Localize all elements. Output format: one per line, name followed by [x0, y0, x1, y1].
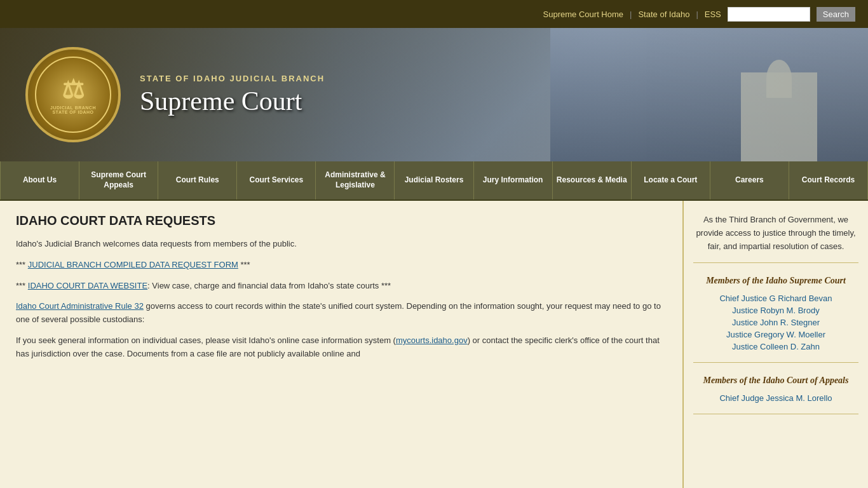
website-text: : View case, charge and financial data f…: [147, 281, 391, 290]
sidebar-mission: As the Third Branch of Government, we pr…: [693, 214, 858, 263]
sc-member-link[interactable]: Justice Robyn M. Brody: [693, 304, 858, 316]
banner-background: [550, 28, 868, 161]
sidebar: As the Third Branch of Government, we pr…: [684, 201, 868, 488]
rule-paragraph: Idaho Court Administrative Rule 32 gover…: [16, 300, 667, 327]
nav-item-7[interactable]: Resources & Media: [553, 161, 632, 200]
seal-circle: ⚖ JUDICIAL BRANCHSTATE OF IDAHO: [25, 47, 121, 142]
judicial-seal: ⚖ JUDICIAL BRANCHSTATE OF IDAHO: [25, 47, 121, 142]
sc-member-link[interactable]: Justice Gregory W. Moeller: [693, 329, 858, 341]
main-content: IDAHO COURT DATA REQUESTS Idaho's Judici…: [0, 201, 868, 488]
banner: ⚖ JUDICIAL BRANCHSTATE OF IDAHO STATE OF…: [0, 28, 868, 161]
nav-item-4[interactable]: Administrative & Legislative: [316, 161, 395, 200]
page-title: IDAHO COURT DATA REQUESTS: [16, 214, 667, 228]
appeals-court-members-list: Chief Judge Jessica M. Lorello: [693, 392, 858, 404]
capitol-building: [741, 72, 817, 161]
state-of-idaho-link[interactable]: State of Idaho: [638, 10, 689, 19]
banner-subtitle: STATE OF IDAHO JUDICIAL BRANCH: [140, 74, 325, 83]
supreme-court-home-link[interactable]: Supreme Court Home: [543, 10, 623, 19]
sc-member-link[interactable]: Justice John R. Stegner: [693, 316, 858, 329]
website-paragraph: *** IDAHO COURT DATA WEBSITE: View case,…: [16, 280, 667, 293]
nav-item-1[interactable]: Supreme Court Appeals: [79, 161, 158, 200]
mycourts-link[interactable]: mycourts.idaho.gov: [396, 336, 468, 345]
form-prefix: ***: [16, 260, 28, 269]
supreme-court-members-list: Chief Justice G Richard BevanJustice Rob…: [693, 292, 858, 353]
case-info-prefix: If you seek general information on indiv…: [16, 336, 396, 345]
main-nav: About UsSupreme Court AppealsCourt Rules…: [0, 161, 868, 201]
seal-inner: ⚖ JUDICIAL BRANCHSTATE OF IDAHO: [35, 57, 111, 133]
nav-item-8[interactable]: Locate a Court: [632, 161, 710, 200]
website-link[interactable]: IDAHO COURT DATA WEBSITE: [28, 281, 147, 290]
search-input[interactable]: [728, 7, 810, 22]
case-info-paragraph: If you seek general information on indiv…: [16, 334, 667, 361]
search-button[interactable]: Search: [817, 7, 855, 22]
form-paragraph: *** JUDICIAL BRANCH COMPILED DATA REQUES…: [16, 259, 667, 272]
content-area: IDAHO COURT DATA REQUESTS Idaho's Judici…: [0, 201, 684, 488]
ca-member-link[interactable]: Chief Judge Jessica M. Lorello: [693, 392, 858, 404]
supreme-court-members-section: Members of the Idaho Supreme Court Chief…: [693, 276, 858, 363]
separator2: |: [696, 10, 698, 19]
banner-title: STATE OF IDAHO JUDICIAL BRANCH Supreme C…: [140, 74, 325, 116]
seal-text: JUDICIAL BRANCHSTATE OF IDAHO: [50, 105, 96, 114]
ess-link[interactable]: ESS: [705, 10, 721, 19]
nav-item-9[interactable]: Careers: [710, 161, 789, 200]
nav-item-10[interactable]: Court Records: [789, 161, 868, 200]
nav-item-3[interactable]: Court Services: [237, 161, 316, 200]
form-link[interactable]: JUDICIAL BRANCH COMPILED DATA REQUEST FO…: [28, 260, 238, 269]
intro-text: Idaho's Judicial Branch welcomes data re…: [16, 238, 667, 251]
supreme-court-members-title: Members of the Idaho Supreme Court: [693, 276, 858, 286]
appeals-court-members-title: Members of the Idaho Court of Appeals: [693, 376, 858, 386]
nav-item-2[interactable]: Court Rules: [158, 161, 237, 200]
sc-member-link[interactable]: Justice Colleen D. Zahn: [693, 341, 858, 353]
banner-main-title: Supreme Court: [140, 86, 325, 116]
nav-item-0[interactable]: About Us: [0, 161, 79, 200]
sc-member-link[interactable]: Chief Justice G Richard Bevan: [693, 292, 858, 304]
website-prefix: ***: [16, 281, 28, 290]
form-suffix: ***: [238, 260, 250, 269]
separator1: |: [630, 10, 632, 19]
appeals-court-members-section: Members of the Idaho Court of Appeals Ch…: [693, 376, 858, 414]
rule-link[interactable]: Idaho Court Administrative Rule 32: [16, 301, 144, 311]
scales-icon: ⚖: [62, 75, 85, 104]
top-bar: Supreme Court Home | State of Idaho | ES…: [0, 0, 868, 28]
nav-item-6[interactable]: Jury Information: [474, 161, 553, 200]
nav-item-5[interactable]: Judicial Rosters: [395, 161, 473, 200]
